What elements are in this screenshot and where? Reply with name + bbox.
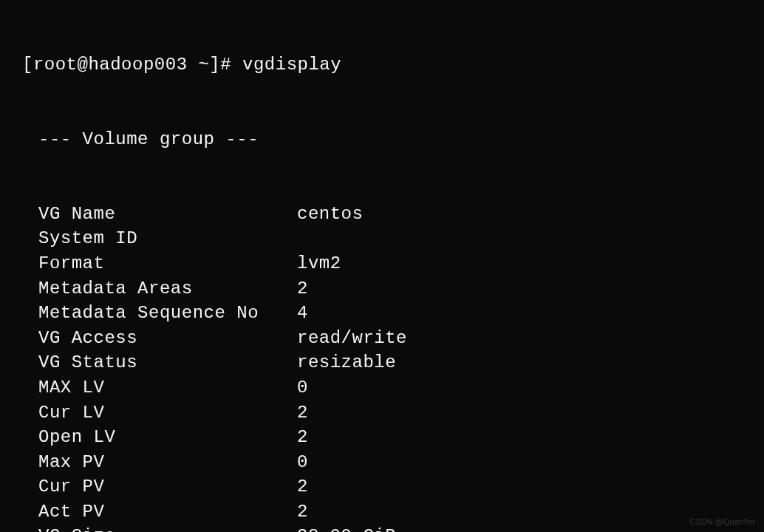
vg-field-label: Max PV xyxy=(38,450,297,475)
vg-field-value: resizable xyxy=(297,350,764,375)
vg-field-row: Metadata Sequence No4 xyxy=(0,301,764,326)
vg-header: --- Volume group --- xyxy=(0,127,764,152)
vg-field-row: System ID xyxy=(0,226,764,251)
vg-field-label: Cur LV xyxy=(38,400,297,426)
vg-field-row: VG Namecentos xyxy=(0,202,764,227)
vg-field-value: 4 xyxy=(297,301,764,326)
vg-field-value: 0 xyxy=(297,375,764,400)
vg-field-value: 2 xyxy=(297,400,764,426)
vg-field-value xyxy=(297,226,764,251)
vg-field-value: 2 xyxy=(297,276,764,301)
vg-field-row: VG Accessread/write xyxy=(0,326,764,351)
vg-field-row: Open LV2 xyxy=(0,425,764,450)
command-prompt-line: [root@hadoop003 ~]# vgdisplay xyxy=(0,52,764,78)
vg-field-label: Metadata Sequence No xyxy=(38,301,297,326)
vg-field-label: MAX LV xyxy=(38,375,297,400)
vg-field-label: Act PV xyxy=(38,499,297,525)
vg-field-label: Format xyxy=(38,251,297,276)
vg-field-value: 2 xyxy=(297,425,764,450)
vg-field-row: Cur PV2 xyxy=(0,474,764,499)
vg-field-row: Act PV2 xyxy=(0,499,764,525)
vg-field-row: MAX LV0 xyxy=(0,375,764,400)
vg-field-label: Cur PV xyxy=(38,474,297,499)
vg-field-label: VG Status xyxy=(38,350,297,375)
terminal-output[interactable]: [root@hadoop003 ~]# vgdisplay --- Volume… xyxy=(0,3,764,532)
vg-field-label: Open LV xyxy=(38,425,297,450)
vg-field-value: 2 xyxy=(297,474,764,499)
vg-field-value: lvm2 xyxy=(297,251,764,276)
vg-field-label: VG Size xyxy=(38,524,297,532)
vg-field-label: VG Access xyxy=(38,326,297,351)
shell-command: vgdisplay xyxy=(242,55,341,75)
vg-field-row: Max PV0 xyxy=(0,450,764,475)
shell-prompt: [root@hadoop003 ~]# xyxy=(22,55,242,75)
vg-field-row: VG Size38.99 GiB xyxy=(0,524,764,532)
vg-field-row: Metadata Areas2 xyxy=(0,276,764,301)
vg-field-row: Cur LV2 xyxy=(0,400,764,426)
vg-field-label: VG Name xyxy=(38,202,297,227)
vg-field-row: VG Statusresizable xyxy=(0,350,764,375)
vg-field-value: read/write xyxy=(297,326,764,351)
watermark-text: CSDN @QuanYer xyxy=(690,516,755,528)
vg-field-value: centos xyxy=(297,202,764,227)
vg-field-label: System ID xyxy=(38,226,297,251)
vg-field-label: Metadata Areas xyxy=(38,276,297,301)
vg-fields: VG NamecentosSystem IDFormatlvm2Metadata… xyxy=(0,202,764,532)
vg-field-value: 0 xyxy=(297,450,764,475)
vg-field-row: Formatlvm2 xyxy=(0,251,764,276)
